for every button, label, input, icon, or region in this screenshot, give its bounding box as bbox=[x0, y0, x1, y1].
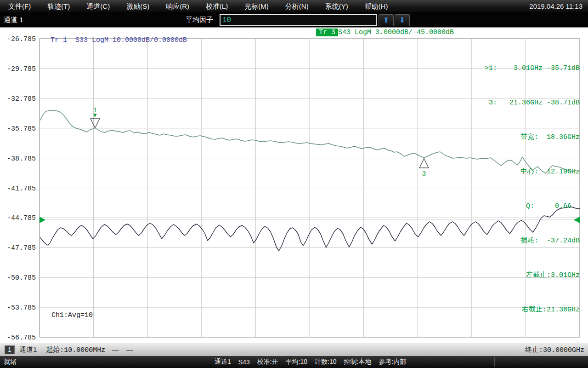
status-parameter: S43 bbox=[238, 358, 250, 366]
y-axis-tick-label: -38.785 bbox=[7, 155, 36, 163]
status-channel: 通道1 bbox=[215, 358, 231, 366]
menu-item-stimulus[interactable]: 激励(S) bbox=[118, 0, 158, 12]
toolbar: 通道 1 平均因子 ⬆ ⬇ bbox=[0, 13, 588, 28]
trace1-status[interactable]: Tr 1 S33 LogM 10.0000dB/0.0000dB bbox=[34, 29, 187, 52]
statusbar-divider bbox=[207, 357, 207, 367]
menu-item-response[interactable]: 响应(R) bbox=[158, 0, 198, 12]
trace1-params: S33 LogM 10.0000dB/0.0000dB bbox=[75, 36, 187, 44]
menu-item-file[interactable]: 文件(F) bbox=[0, 0, 39, 12]
ready-status: 就绪 bbox=[0, 358, 207, 366]
status-control: 控制:本地 bbox=[344, 358, 372, 366]
measurement-screen: -26.785-29.785-32.785-35.785-38.785-41.7… bbox=[0, 28, 588, 343]
marker-readout-panel: >1: 3.01GHz -35.71dB 3: 21.36GHz -38.71d… bbox=[485, 40, 580, 339]
channel-name: 通道1 bbox=[19, 345, 37, 354]
statusbar-right bbox=[494, 357, 588, 367]
status-bar: 就绪 通道1 S43 校准:开 平均:10 计数:10 控制:本地 参考:内部 bbox=[0, 356, 588, 368]
menu-item-marker[interactable]: 光标(M) bbox=[236, 0, 277, 12]
q-readout: Q: 0.66 bbox=[485, 201, 580, 212]
y-axis-tick-label: -50.785 bbox=[7, 274, 36, 282]
bandwidth-readout: 带宽: 18.36GHz bbox=[485, 132, 580, 143]
trace3-active-badge[interactable]: Tr 3 bbox=[316, 29, 338, 36]
y-axis-tick-label: -35.785 bbox=[7, 125, 36, 133]
arrow-down-icon: ⬇ bbox=[399, 16, 405, 24]
marker-1-symbol[interactable] bbox=[90, 119, 100, 128]
start-frequency: 起始:10.0000MHz bbox=[46, 345, 105, 354]
avg-factor-label: 平均因子 bbox=[186, 16, 213, 24]
menu-item-channel[interactable]: 通道(C) bbox=[78, 0, 118, 12]
marker3-readout: 3: 21.36GHz -38.71dB bbox=[485, 97, 580, 109]
y-axis-tick-label: -53.785 bbox=[7, 304, 36, 312]
menu-item-trace[interactable]: 轨迹(T) bbox=[39, 0, 78, 12]
menu-bar: 文件(F) 轨迹(T) 通道(C) 激励(S) 响应(R) 校准(L) 光标(M… bbox=[0, 0, 588, 13]
y-axis-tick-label: -32.785 bbox=[7, 95, 36, 103]
avg-factor-input[interactable] bbox=[220, 14, 377, 26]
y-axis-tick-label: -47.785 bbox=[7, 244, 36, 252]
menu-item-help[interactable]: 帮助(H) bbox=[356, 0, 396, 12]
loss-readout: 损耗: -37.24dB bbox=[485, 235, 580, 247]
datetime-display: 2019.04.26 11:13 bbox=[529, 2, 588, 10]
y-axis-tick-label: -26.785 bbox=[7, 35, 36, 43]
trace3-params[interactable]: S43 LogM 3.0000dB/-45.0000dB bbox=[338, 29, 454, 36]
channel-index-badge[interactable]: 1 bbox=[5, 345, 15, 354]
marker-3-symbol[interactable] bbox=[419, 159, 429, 168]
statusbar-divider bbox=[494, 357, 495, 367]
center-readout: 中心: 12.19GHz bbox=[485, 166, 580, 178]
arrow-up-icon: ⬆ bbox=[383, 16, 389, 24]
left-cutoff-readout: 左截止:3.01GHz bbox=[485, 270, 580, 281]
sweep-bar: 1 通道1 起始:10.0000MHz — — 终止:30.0000GHz bbox=[0, 343, 588, 356]
statusbar-divider bbox=[507, 357, 507, 367]
status-avg: 平均:10 bbox=[286, 358, 307, 366]
trace1-spacer bbox=[67, 36, 75, 44]
increment-button[interactable]: ⬆ bbox=[379, 14, 394, 26]
sweep-dashes: — — bbox=[112, 346, 136, 354]
status-count: 计数:10 bbox=[315, 358, 336, 366]
decrement-button[interactable]: ⬇ bbox=[395, 14, 410, 26]
marker-1-label: 1 bbox=[93, 107, 97, 115]
y-axis-tick-label: -44.785 bbox=[7, 214, 36, 222]
avg-annotation: Ch1:Avg=10 bbox=[51, 311, 93, 319]
right-cutoff-readout: 右截止:21.36GHz bbox=[485, 304, 580, 316]
status-cal: 校准:开 bbox=[257, 358, 278, 366]
stop-frequency: 终止:30.0000GHz bbox=[525, 345, 584, 354]
menu-item-analysis[interactable]: 分析(N) bbox=[277, 0, 317, 12]
status-reference: 参考:内部 bbox=[379, 358, 406, 366]
active-channel-label: 通道 1 bbox=[0, 16, 23, 24]
marker1-readout: >1: 3.01GHz -35.71dB bbox=[485, 63, 580, 74]
marker-3-label: 3 bbox=[422, 170, 426, 178]
y-axis-tick-label: -41.785 bbox=[7, 185, 36, 193]
menu-item-system[interactable]: 系统(Y) bbox=[317, 0, 356, 12]
y-axis-tick-label: -56.785 bbox=[7, 334, 36, 342]
y-axis-tick-label: -29.785 bbox=[7, 65, 36, 73]
menu-item-cal[interactable]: 校准(L) bbox=[198, 0, 236, 12]
trace1-label: Tr 1 bbox=[51, 36, 67, 44]
